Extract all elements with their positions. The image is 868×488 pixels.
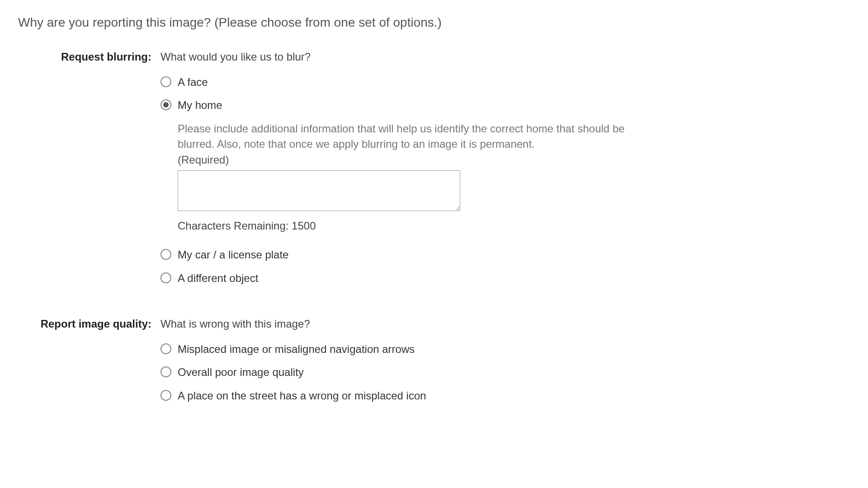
radio-row-home: My home <box>160 98 793 113</box>
radio-row-poor: Overall poor image quality <box>160 365 793 380</box>
home-helper-text: Please include additional information th… <box>178 121 630 151</box>
radio-poor-quality-label[interactable]: Overall poor image quality <box>178 365 304 380</box>
radio-row-wrong-icon: A place on the street has a wrong or mis… <box>160 388 793 404</box>
section-quality: Report image quality: What is wrong with… <box>18 316 850 411</box>
radio-misplaced[interactable] <box>160 343 171 354</box>
radio-wrong-icon[interactable] <box>160 390 171 401</box>
section-blurring-label: Request blurring: <box>18 49 160 294</box>
radio-row-car: My car / a license plate <box>160 247 793 263</box>
radio-home-label[interactable]: My home <box>178 98 222 113</box>
required-label: (Required) <box>178 152 793 168</box>
additional-info-textarea[interactable] <box>178 170 460 211</box>
chars-remaining: Characters Remaining: 1500 <box>178 218 793 234</box>
quality-question: What is wrong with this image? <box>160 316 793 332</box>
section-quality-content: What is wrong with this image? Misplaced… <box>160 316 793 411</box>
report-form: Request blurring: What would you like us… <box>18 49 850 434</box>
radio-other-object[interactable] <box>160 272 171 283</box>
radio-home[interactable] <box>160 99 171 110</box>
radio-row-face: A face <box>160 75 793 90</box>
blurring-question: What would you like us to blur? <box>160 49 793 65</box>
radio-misplaced-label[interactable]: Misplaced image or misaligned navigation… <box>178 342 415 357</box>
textarea-wrap <box>178 170 793 215</box>
section-blurring-content: What would you like us to blur? A face M… <box>160 49 793 294</box>
page-heading: Why are you reporting this image? (Pleas… <box>18 14 850 31</box>
radio-car-label[interactable]: My car / a license plate <box>178 247 288 263</box>
radio-poor-quality[interactable] <box>160 366 171 377</box>
radio-row-misplaced: Misplaced image or misaligned navigation… <box>160 342 793 357</box>
radio-other-object-label[interactable]: A different object <box>178 271 258 286</box>
section-quality-label: Report image quality: <box>18 316 160 411</box>
radio-face-label[interactable]: A face <box>178 75 208 90</box>
radio-row-other: A different object <box>160 271 793 286</box>
radio-face[interactable] <box>160 76 171 87</box>
radio-car[interactable] <box>160 249 171 260</box>
section-blurring: Request blurring: What would you like us… <box>18 49 850 294</box>
radio-wrong-icon-label[interactable]: A place on the street has a wrong or mis… <box>178 388 426 404</box>
